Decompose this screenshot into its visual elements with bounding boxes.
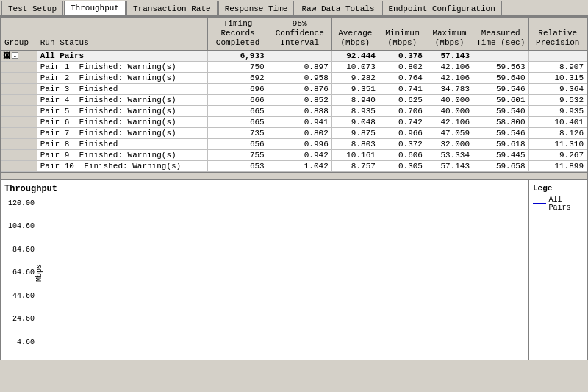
y-axis-tick: 4.60 [17,338,35,346]
all-pairs-name: All Pairs [37,50,208,61]
chart-section: Throughput 120.00104.6084.6064.6044.6024… [0,180,588,360]
y-axis-tick: 64.60 [12,268,35,277]
results-table: Group Run Status Timing RecordsCompleted… [1,17,587,172]
y-axis-tick: 104.60 [8,222,35,230]
tab-throughput[interactable]: Throughput [64,1,126,15]
all-pairs-icon: 🖼 - [3,51,18,60]
legend-label: All Pairs [549,196,584,212]
tab-response-time[interactable]: Response Time [218,1,295,15]
all-pairs-maximum: 57.143 [426,50,473,61]
col-minimum: Minimum(Mbps) [379,18,426,51]
table-row: Pair 7 Finished: Warning(s) 735 0.802 9.… [1,127,587,138]
chart-area: Throughput 120.00104.6084.6064.6044.6024… [1,180,528,360]
table-row: Pair 4 Finished: Warning(s) 666 0.852 8.… [1,94,587,105]
throughput-canvas [38,196,525,196]
legend-section: Lege All Pairs [528,180,587,360]
table-row: Pair 1 Finished: Warning(s) 750 0.897 10… [1,61,587,72]
legend-title: Lege [533,184,584,193]
table-section: Group Run Status Timing RecordsCompleted… [0,16,588,173]
col-average: Average(Mbps) [331,18,379,51]
chart-plot [37,196,525,196]
chart-title: Throughput [4,184,525,194]
table-row: Pair 8 Finished 656 0.996 8.803 0.372 32… [1,138,587,149]
expand-icon[interactable]: - [12,52,18,59]
y-axis-tick: 84.60 [12,246,35,254]
legend-item-all-pairs: All Pairs [533,196,584,212]
all-pairs-records: 6,933 [208,50,268,61]
y-axis-label: Mbps [35,264,43,282]
col-timing-records: Timing RecordsCompleted [208,18,268,51]
tab-test-setup[interactable]: Test Setup [1,1,63,15]
table-row: Pair 9 Finished: Warning(s) 755 0.942 10… [1,149,587,160]
legend-line [533,203,546,204]
table-row: Pair 10 Finished: Warning(s) 653 1.042 8… [1,160,587,171]
y-axis-tick: 120.00 [8,199,35,207]
tab-endpoint-config[interactable]: Endpoint Configuration [382,1,502,15]
col-relative-precision: RelativePrecision [528,18,587,51]
tab-bar: Test Setup Throughput Transaction Rate R… [0,0,588,16]
all-pairs-precision [528,50,587,61]
table-row: Pair 5 Finished: Warning(s) 665 0.888 8.… [1,105,587,116]
table-row: Pair 6 Finished: Warning(s) 665 0.941 9.… [1,116,587,127]
y-axis-tick: 24.60 [12,315,35,323]
all-pairs-confidence [268,50,331,61]
y-axis-tick: 44.60 [12,292,35,300]
col-run-status: Run Status [37,18,208,51]
all-pairs-row: 🖼 - All Pairs 6,933 92.444 0.378 57.143 [1,50,587,61]
all-pairs-time [473,50,528,61]
scroll-bar[interactable] [0,173,588,180]
col-measured-time: MeasuredTime (sec) [473,18,528,51]
tab-raw-data[interactable]: Raw Data Totals [295,1,381,15]
chart-container: 120.00104.6084.6064.6044.6024.604.60 Mbp… [4,196,525,350]
all-pairs-average: 92.444 [331,50,379,61]
col-group: Group [1,18,37,51]
tab-transaction-rate[interactable]: Transaction Rate [126,1,218,15]
table-row: Pair 3 Finished 696 0.876 9.351 0.741 34… [1,83,587,94]
table-row: Pair 2 Finished: Warning(s) 692 0.958 9.… [1,72,587,83]
col-maximum: Maximum(Mbps) [426,18,473,51]
all-pairs-minimum: 0.378 [379,50,426,61]
y-axis: 120.00104.6084.6064.6044.6024.604.60 [4,196,37,350]
col-confidence: 95% ConfidenceInterval [268,18,331,51]
